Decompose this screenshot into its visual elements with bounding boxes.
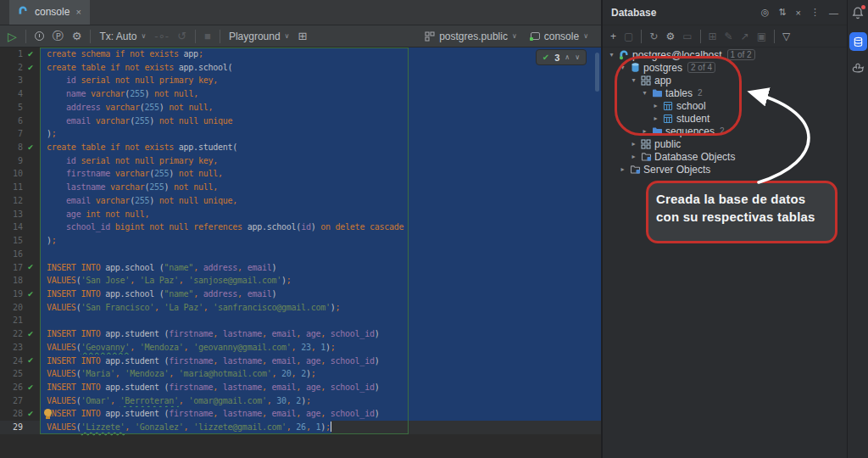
code-line-7[interactable]: 7);	[0, 127, 601, 141]
new-window-icon[interactable]: ▣	[757, 31, 766, 42]
tree-row-database-objects[interactable]: ▸Database Objects	[603, 150, 847, 163]
panel-title: Database	[611, 7, 656, 19]
tree-row-app[interactable]: ▾app	[603, 74, 847, 87]
code-line-16[interactable]: 16	[0, 248, 601, 261]
code-token: school_id	[331, 356, 375, 366]
code-token: ,	[306, 422, 316, 432]
code-text: INSERT INTO app.student (firstname, last…	[40, 355, 601, 368]
code-line-11[interactable]: 11 lastname varchar(255) not null,	[0, 181, 601, 194]
code-token: INSERT INTO	[47, 409, 105, 418]
output-grid-icon[interactable]: ⊞	[298, 31, 307, 42]
code-editor[interactable]: 1✔create schema if not exists app;2✔crea…	[0, 47, 601, 458]
chevron-collapsed-icon[interactable]: ▸	[639, 127, 650, 135]
hide-panel-icon[interactable]: —	[829, 8, 838, 18]
code-text: school_id bigint not null references app…	[40, 221, 601, 234]
code-line-10[interactable]: 10 firstname varchar(255) not null,	[0, 167, 601, 181]
detach-icon[interactable]: ▭	[682, 31, 692, 42]
chevron-expanded-icon[interactable]: ▾	[628, 76, 639, 84]
run-button[interactable]: ▷	[8, 31, 17, 42]
prev-result-icon[interactable]: ∧	[565, 53, 570, 61]
edit-icon[interactable]: ✎	[725, 31, 733, 42]
code-line-27[interactable]: 27VALUES('Omar', 'Berroteran', 'omar@gma…	[0, 394, 601, 408]
schema-selector[interactable]: postgres.public ∨	[425, 31, 517, 42]
commit-icon[interactable]: -∘-	[154, 31, 169, 42]
tree-row-sequences[interactable]: ▸sequences2	[603, 125, 847, 137]
chevron-down-icon: ∨	[141, 32, 146, 40]
locate-icon[interactable]: ◎	[761, 7, 770, 18]
stop-icon[interactable]: ■	[204, 31, 211, 42]
editor-scrollbar[interactable]	[595, 53, 599, 92]
duplicate-icon[interactable]: ▢	[624, 31, 633, 42]
chevron-collapsed-icon[interactable]: ▸	[628, 153, 639, 160]
code-line-15[interactable]: 15);	[0, 234, 601, 248]
code-line-28[interactable]: 28✔INSERT INTO app.student (firstname, l…	[0, 407, 601, 421]
chevron-expanded-icon[interactable]: ▾	[639, 89, 650, 97]
code-line-3[interactable]: 3 id serial not null primary key,	[0, 74, 601, 87]
close-panel-icon[interactable]: ×	[796, 8, 801, 18]
code-line-18[interactable]: 18VALUES('San Jose', 'La Paz', 'sanjose@…	[0, 274, 601, 288]
code-line-2[interactable]: 2✔create table if not exists app.school(	[0, 61, 601, 75]
code-line-24[interactable]: 24✔INSERT INTO app.student (firstname, l…	[0, 355, 601, 368]
parameters-icon[interactable]: Ⓟ	[53, 31, 64, 42]
database-tool-button[interactable]	[849, 32, 867, 51]
tree-row-tables[interactable]: ▾tables2	[603, 87, 847, 99]
code-line-17[interactable]: 17✔INSERT INTO app.school ("name", addre…	[0, 261, 601, 275]
tree-row-public[interactable]: ▸public	[603, 137, 847, 150]
secondary-tool-button[interactable]	[852, 62, 865, 77]
code-line-20[interactable]: 20VALUES('San Francisco', 'La Paz', 'san…	[0, 301, 601, 315]
code-token: ,	[237, 263, 248, 272]
tree-row-postgres[interactable]: ▾postgres2 of 4	[603, 61, 847, 74]
tab-console[interactable]: console ×	[9, 0, 90, 25]
rollback-icon[interactable]: ↺	[177, 31, 186, 42]
playground-dropdown[interactable]: Playground ∨	[229, 31, 290, 42]
chevron-expanded-icon[interactable]: ▾	[606, 51, 617, 59]
code-line-14[interactable]: 14 school_id bigint not null references …	[0, 221, 601, 234]
settings-icon[interactable]: ⚙	[72, 31, 82, 42]
tree-row-server-objects[interactable]: ▸Server Objects	[603, 163, 847, 176]
code-token: )	[144, 89, 154, 98]
code-line-12[interactable]: 12 email varchar(255) not null unique,	[0, 194, 601, 208]
executed-check-icon: ✔	[23, 290, 38, 299]
chevron-collapsed-icon[interactable]: ▸	[650, 102, 661, 109]
tab-close-icon[interactable]: ×	[75, 7, 81, 17]
more-options-icon[interactable]: ⋮	[810, 7, 820, 18]
add-datasource-icon[interactable]: +	[610, 31, 616, 42]
code-line-5[interactable]: 5 address varchar(255) not null,	[0, 101, 601, 114]
tx-mode-dropdown[interactable]: Tx: Auto ∨	[99, 31, 146, 42]
chevron-collapsed-icon[interactable]: ▸	[650, 114, 661, 122]
code-line-29[interactable]: 29VALUES('Lizzete', 'Gonzalez', 'lizzete…	[0, 421, 601, 434]
jump-to-console-icon[interactable]: ↗	[741, 31, 749, 42]
code-line-21[interactable]: 21	[0, 314, 601, 327]
tree-row-postgres-localhost[interactable]: ▾postgres@localhost1 of 2	[603, 48, 847, 61]
filter-icon[interactable]: ▽	[782, 31, 790, 42]
expand-collapse-icon[interactable]: ⇅	[778, 7, 786, 18]
executed-check-icon: ✔	[23, 50, 38, 59]
code-token: not null unique	[159, 116, 233, 126]
code-line-6[interactable]: 6 email varchar(255) not null unique	[0, 114, 601, 128]
chevron-collapsed-icon[interactable]: ▸	[628, 140, 639, 148]
code-token: 255	[149, 182, 164, 192]
code-line-26[interactable]: 26✔INSERT INTO app.student (firstname, l…	[0, 381, 601, 394]
code-line-9[interactable]: 9 id serial not null primary key,	[0, 154, 601, 168]
next-result-icon[interactable]: ∨	[575, 53, 580, 61]
console-selector[interactable]: console ∨	[531, 31, 588, 42]
notifications-button[interactable]	[851, 6, 865, 23]
code-line-23[interactable]: 23VALUES('Geovanny', 'Mendoza', 'geovann…	[0, 341, 601, 355]
datasource-settings-icon[interactable]: ⚙	[665, 31, 675, 42]
code-line-4[interactable]: 4 name varchar(255) not null,	[0, 87, 601, 101]
refresh-icon[interactable]: ↻	[649, 31, 658, 42]
code-line-1[interactable]: 1✔create schema if not exists app;	[0, 47, 601, 61]
open-table-icon[interactable]: ⊞	[709, 31, 717, 42]
code-line-19[interactable]: 19✔INSERT INTO app.school ("name", addre…	[0, 288, 601, 301]
history-icon[interactable]	[35, 31, 44, 41]
chevron-expanded-icon[interactable]: ▾	[617, 64, 628, 71]
tree-row-school[interactable]: ▸school	[603, 99, 847, 112]
code-token: ,	[193, 263, 203, 272]
code-line-25[interactable]: 25VALUES('Maria', 'Mendoza', 'maria@hotm…	[0, 367, 601, 381]
code-line-8[interactable]: 8✔create table if not exists app.student…	[0, 141, 601, 154]
code-line-22[interactable]: 22✔INSERT INTO app.student (firstname, l…	[0, 327, 601, 341]
code-token: )	[169, 169, 179, 178]
tree-row-student[interactable]: ▸student	[603, 112, 847, 125]
chevron-collapsed-icon[interactable]: ▸	[617, 165, 628, 173]
code-line-13[interactable]: 13 age int not null,	[0, 208, 601, 221]
